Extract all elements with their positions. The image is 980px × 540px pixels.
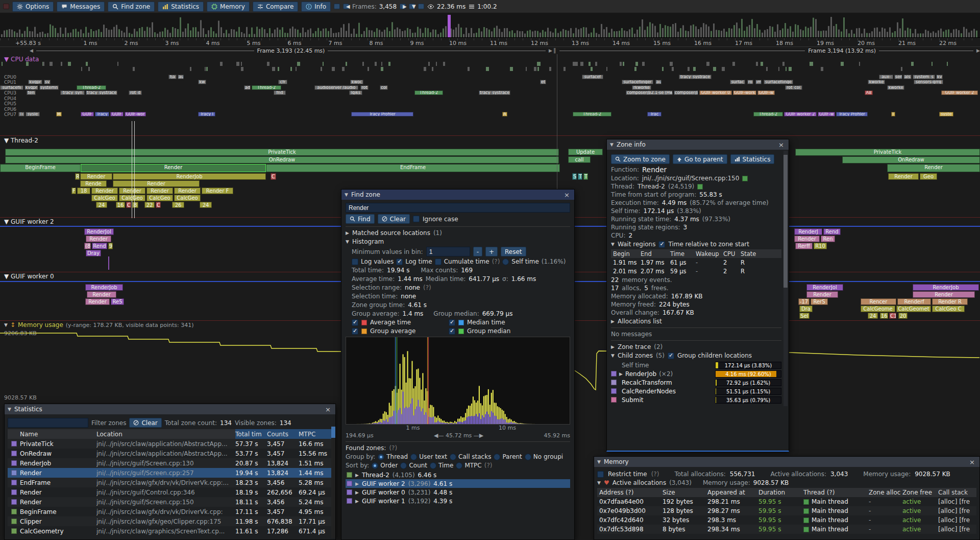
timeline-zone[interactable]: RenderJol	[806, 284, 843, 291]
timeline-zone[interactable]: kvgpr	[24, 85, 38, 90]
timeline-section-header[interactable]: ▼ GUIF worker 0	[4, 273, 54, 280]
next-frame-button[interactable]: ▶	[400, 4, 406, 9]
goto-frame-button[interactable]	[418, 4, 424, 9]
expand-arrow-icon[interactable]: ▶	[346, 230, 349, 236]
legend-item[interactable]: Group average	[352, 327, 449, 335]
timeline-zone[interactable]: kworke	[887, 85, 904, 90]
timeline-zone[interactable]: Render	[91, 187, 118, 194]
log-values-checkbox[interactable]	[352, 259, 358, 265]
options-button[interactable]: Options	[12, 2, 54, 12]
zone-info-window[interactable]: ▼ Zone info × Zoom to zone Go to parent …	[606, 139, 789, 452]
timeline-zone[interactable]: Render	[794, 236, 820, 242]
zoom-to-zone-button[interactable]: Zoom to zone	[611, 154, 670, 164]
timeline-zone[interactable]: I	[891, 112, 895, 116]
power-button[interactable]	[3, 4, 9, 9]
column-location[interactable]: Location	[96, 431, 235, 438]
timeline-zone[interactable]: 8	[132, 202, 138, 208]
timeline-section-header[interactable]: ▼ CPU data	[4, 56, 39, 63]
radio-icon[interactable]	[372, 462, 378, 469]
collapse-arrow-icon[interactable]: ▼	[611, 242, 615, 247]
timeline-zone[interactable]: rkworke	[632, 85, 651, 90]
timeline-zone[interactable]: Thread-2	[753, 112, 783, 116]
close-icon[interactable]: ×	[562, 192, 571, 198]
found-zone-group[interactable]: ▶ GUIF worker 1 (3,192) 4.39 s	[346, 497, 570, 505]
timeline-zone[interactable]: lgiks	[349, 90, 362, 95]
help-icon[interactable]: (?)	[651, 471, 659, 478]
timeline-zone[interactable]: Rerff	[795, 243, 813, 249]
timeline-zone[interactable]: Ren	[821, 236, 835, 242]
memory-usage-header[interactable]: ▼ ↕ Memory usage (y-range: 178.27 KB, vi…	[4, 321, 194, 328]
group-by-option[interactable]: Parent	[494, 453, 522, 460]
timeline-zone[interactable]: 24	[200, 202, 212, 208]
timeline-zone[interactable]: GUIF-w	[818, 112, 835, 116]
statistics-row[interactable]: Clipper jni/../jni/src/claw/gfx/geo/Clip…	[8, 516, 332, 526]
timeline-zone[interactable]: 9	[108, 243, 113, 249]
timeline-zone[interactable]: kworke	[868, 80, 885, 84]
timeline-zone[interactable]: Tracy Profiler	[836, 112, 868, 116]
help-icon[interactable]: (?)	[389, 444, 397, 452]
help-icon[interactable]: (?)	[423, 284, 431, 291]
timeline-zone[interactable]: T	[578, 173, 582, 180]
sort-by-option[interactable]: Order	[372, 462, 398, 469]
group-by-option[interactable]: User text	[410, 453, 447, 460]
frame-dropdown-button[interactable]: ▼	[409, 4, 415, 9]
expand-arrow-icon[interactable]: ▶	[355, 490, 359, 495]
sort-by-option[interactable]: MTPC	[456, 462, 481, 469]
timeline-section-header[interactable]: ▼ Thread-2	[4, 137, 38, 144]
ignore-case-checkbox[interactable]	[413, 216, 420, 222]
timeline-zone[interactable]: R	[75, 173, 80, 180]
legend-checkbox[interactable]	[352, 319, 358, 326]
timeline-zone[interactable]: M	[56, 112, 62, 116]
timeline-zone[interactable]: Thread-2	[414, 90, 443, 95]
timeline-zone[interactable]: surfaceflinge	[764, 80, 793, 84]
timeline-zone[interactable]: A8	[865, 90, 873, 95]
timeline-zone[interactable]: kv	[936, 75, 943, 79]
found-zone-group[interactable]: ▶ GUIF worker 0 (3,231) 4.48 s	[346, 488, 570, 497]
timeline-zone[interactable]: Dray	[86, 250, 101, 256]
window-titlebar[interactable]: ▼ Zone info ×	[607, 139, 789, 150]
radio-icon[interactable]	[450, 454, 456, 460]
timeline-zone[interactable]: Dra	[799, 306, 813, 312]
col-call-stack[interactable]: Call stack	[938, 489, 976, 496]
timeline-zone[interactable]: Thread-2	[77, 85, 106, 90]
filter-input[interactable]	[8, 418, 88, 428]
increment-button[interactable]: +	[485, 247, 498, 256]
expand-arrow-icon[interactable]: ▶	[355, 481, 359, 486]
help-icon[interactable]: (?)	[492, 258, 500, 265]
timeline-zone[interactable]: tracy_syn	[60, 90, 85, 95]
zone-search-input[interactable]	[346, 203, 570, 213]
timeline-zone[interactable]: Render	[888, 173, 919, 180]
timeline-zone[interactable]: Tracy Profiler	[351, 112, 413, 116]
timeline-zone[interactable]: RerS	[811, 298, 828, 305]
timeline-zone[interactable]: audioserver /audio	[314, 85, 358, 90]
column-total-time[interactable]: Total tim	[235, 429, 267, 439]
radio-icon[interactable]	[456, 462, 462, 469]
timeline-zone[interactable]: tracy_systrace	[86, 90, 117, 95]
child-zone-row[interactable]: RecalcTransform 72.92 μs (1.62%)	[611, 378, 781, 387]
statistics-row[interactable]: PrivateTick jni/../jni/src/claw/applicat…	[8, 439, 332, 449]
radio-icon[interactable]	[400, 462, 407, 469]
found-zone-group[interactable]: ▶ GUIF worker 2 (3,296) 4.61 s	[346, 479, 570, 488]
timeline-zone[interactable]: col	[380, 85, 388, 90]
find-zone-button[interactable]: Find zone	[108, 2, 155, 12]
collapse-arrow-icon[interactable]: ▼	[597, 480, 601, 485]
timeline-zone[interactable]: tracy_systrace	[679, 75, 712, 79]
timeline-zone[interactable]: T	[583, 173, 588, 180]
timeline-zone[interactable]: sensors-grrq	[914, 80, 943, 84]
timeline-zone[interactable]: Render	[806, 291, 838, 298]
timeline-zone[interactable]: Render	[146, 187, 173, 194]
col-size[interactable]: Size	[663, 489, 707, 496]
timeline-zone[interactable]: Rend	[823, 228, 841, 235]
timeline-zone[interactable]: et	[540, 80, 546, 84]
timeline-zone[interactable]: BeginFrame	[0, 164, 81, 172]
timeline-zone[interactable]: C	[126, 202, 131, 208]
collapse-arrow-icon[interactable]: ▼	[345, 192, 348, 197]
scroll-thumb[interactable]	[783, 155, 788, 288]
timeline-zone[interactable]: OnRedraw	[5, 156, 559, 163]
timeline-zone[interactable]: C	[271, 173, 276, 180]
legend-checkbox[interactable]	[449, 319, 455, 326]
timeline-zone[interactable]: fja	[168, 75, 177, 79]
expand-arrow-icon[interactable]: ▶	[355, 473, 359, 478]
timeline-zone[interactable]: Render F	[202, 187, 233, 194]
timeline-zone[interactable]	[108, 256, 109, 270]
